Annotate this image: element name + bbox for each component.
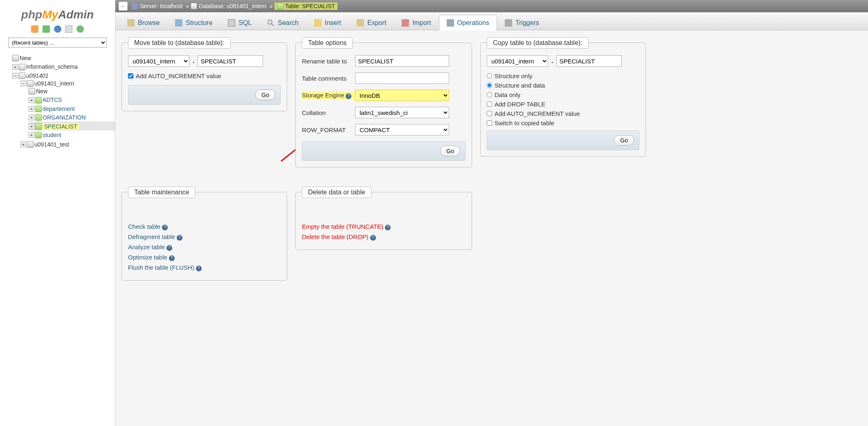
recent-tables-select[interactable]: (Recent tables) ...	[8, 38, 107, 47]
help-icon[interactable]: ?	[346, 93, 351, 99]
home-icon[interactable]	[31, 25, 38, 33]
move-table-card: Move table to (database.table): u091401_…	[121, 43, 287, 111]
expand-toggle[interactable]: +	[29, 124, 34, 129]
move-auto-increment-label[interactable]: Add AUTO_INCREMENT value	[136, 72, 221, 79]
tree-departement[interactable]: departement	[43, 106, 75, 112]
expand-toggle[interactable]: +	[29, 106, 34, 112]
move-auto-increment-checkbox[interactable]	[128, 73, 133, 79]
tree-new-table[interactable]: New	[36, 88, 47, 95]
move-db-select[interactable]: u091401_intern	[128, 55, 189, 67]
row-format-select[interactable]: COMPACT	[355, 124, 449, 135]
card-title: Copy table to (database.table):	[487, 37, 589, 49]
structure-and-data-radio[interactable]	[487, 83, 492, 88]
logo[interactable]: phpMyAdmin	[0, 4, 115, 23]
back-button[interactable]: ←	[119, 2, 128, 11]
copy-db-select[interactable]: u091401_intern	[487, 55, 548, 67]
tab-bar: Browse Structure SQL Search Insert Expor…	[115, 12, 868, 30]
data-only-label[interactable]: Data only	[495, 91, 520, 98]
database-icon	[27, 141, 34, 148]
help-icon[interactable]: ?	[385, 225, 391, 230]
switch-to-copied-label[interactable]: Switch to copied table	[495, 119, 554, 126]
navigation-tree: New +information_schema −u091401 −u09140…	[0, 54, 115, 149]
tab-structure[interactable]: Structure	[167, 15, 220, 30]
tab-import[interactable]: Import	[394, 15, 438, 30]
help-icon[interactable]: ?	[196, 266, 202, 271]
tab-triggers[interactable]: Triggers	[497, 15, 547, 30]
tree-new[interactable]: New	[20, 55, 31, 61]
breadcrumb-bar: ← Server: localhost » Database: u091401_…	[115, 0, 868, 12]
add-drop-table-label[interactable]: Add DROP TABLE	[495, 101, 545, 108]
sql-icon[interactable]	[65, 25, 72, 33]
structure-and-data-label[interactable]: Structure and data	[495, 82, 545, 89]
analyze-table-link[interactable]: Analyze table	[128, 243, 165, 250]
move-table-input[interactable]	[198, 55, 263, 67]
collapse-toggle[interactable]: −	[20, 81, 26, 86]
tab-export[interactable]: Export	[349, 15, 394, 30]
help-icon[interactable]	[54, 25, 61, 33]
tree-u091401-intern[interactable]: u091401_intern	[34, 80, 74, 87]
help-icon[interactable]: ?	[162, 225, 168, 230]
collapse-toggle[interactable]: −	[12, 73, 18, 79]
tab-browse[interactable]: Browse	[119, 15, 167, 30]
table-icon	[35, 97, 42, 104]
row-format-label: ROW_FORMAT	[302, 126, 355, 133]
structure-icon	[175, 19, 182, 27]
copy-go-button[interactable]: Go	[614, 135, 634, 146]
expand-toggle[interactable]: +	[29, 115, 34, 120]
data-only-radio[interactable]	[487, 92, 492, 97]
breadcrumb-separator: »	[186, 3, 189, 9]
dot-separator: .	[193, 57, 194, 65]
expand-toggle[interactable]: +	[12, 64, 18, 70]
tree-u091401[interactable]: u091401	[26, 72, 49, 79]
breadcrumb-database[interactable]: Database: u091401_intern	[191, 3, 266, 9]
drop-table-link[interactable]: Delete the table (DROP)	[302, 233, 369, 240]
comments-label: Table comments	[302, 75, 355, 82]
card-title: Move table to (database.table):	[128, 37, 231, 49]
tab-insert[interactable]: Insert	[306, 15, 349, 30]
help-icon[interactable]: ?	[166, 245, 172, 251]
tree-u091401-test[interactable]: u091401_test	[34, 141, 69, 148]
breadcrumb-table[interactable]: Table: SPECIALIST	[274, 2, 337, 10]
flush-table-link[interactable]: Flush the table (FLUSH)	[128, 264, 194, 271]
table-options-card: Table options Rename table to Table comm…	[295, 43, 472, 167]
rename-input[interactable]	[355, 55, 449, 67]
defragment-table-link[interactable]: Defragment table	[128, 233, 175, 240]
collation-select[interactable]: latin1_swedish_ci	[355, 107, 449, 118]
logout-icon[interactable]	[43, 25, 50, 33]
storage-engine-select[interactable]: InnoDB	[355, 90, 449, 101]
rename-label: Rename table to	[302, 58, 355, 65]
options-go-button[interactable]: Go	[440, 146, 460, 156]
check-table-link[interactable]: Check table	[128, 223, 160, 230]
svg-line-1	[272, 24, 274, 26]
tree-organization[interactable]: ORGANIZATION	[43, 114, 86, 121]
reload-icon[interactable]	[76, 25, 84, 33]
switch-to-copied-checkbox[interactable]	[487, 120, 492, 126]
add-drop-table-checkbox[interactable]	[487, 101, 492, 107]
comments-input[interactable]	[355, 72, 449, 84]
structure-only-label[interactable]: Structure only	[495, 72, 533, 79]
delete-data-card: Delete data or table Empty the table (TR…	[295, 192, 472, 250]
tree-specialist[interactable]: SPECIALIST	[43, 123, 79, 130]
tab-sql[interactable]: SQL	[220, 15, 259, 30]
tree-student[interactable]: student	[43, 132, 61, 138]
help-icon[interactable]: ?	[177, 235, 182, 241]
help-icon[interactable]: ?	[370, 235, 376, 241]
tab-search[interactable]: Search	[259, 15, 306, 30]
copy-auto-increment-label[interactable]: Add AUTO_INCREMENT value	[495, 110, 580, 117]
help-icon[interactable]: ?	[169, 255, 175, 261]
optimize-table-link[interactable]: Optimize table	[128, 254, 167, 261]
breadcrumb-server[interactable]: Server: localhost	[132, 3, 182, 9]
server-icon	[132, 3, 138, 9]
expand-toggle[interactable]: +	[29, 97, 34, 103]
copy-auto-increment-checkbox[interactable]	[487, 111, 492, 116]
tree-information-schema[interactable]: information_schema	[26, 64, 78, 70]
copy-table-input[interactable]	[556, 55, 622, 67]
tab-operations[interactable]: Operations	[439, 15, 497, 30]
move-go-button[interactable]: Go	[255, 90, 275, 100]
tree-adtcs[interactable]: ADTCS	[43, 97, 62, 104]
structure-only-radio[interactable]	[487, 73, 492, 79]
expand-toggle[interactable]: +	[20, 142, 26, 147]
expand-toggle[interactable]: +	[29, 132, 34, 138]
truncate-table-link[interactable]: Empty the table (TRUNCATE)	[302, 223, 383, 230]
database-icon	[191, 3, 197, 9]
